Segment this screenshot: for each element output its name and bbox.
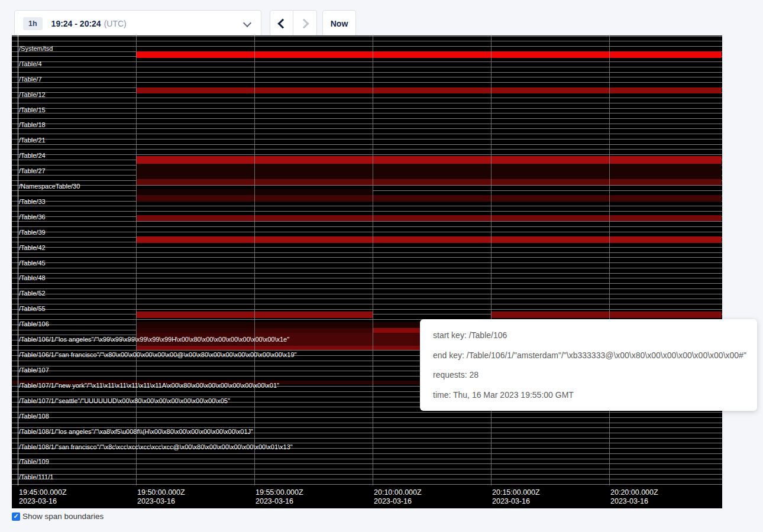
grid-hline bbox=[12, 185, 722, 186]
grid-hline bbox=[12, 412, 722, 413]
heat-band bbox=[136, 179, 722, 185]
row-label: /Table/45 bbox=[19, 259, 46, 267]
row-label: /Table/15 bbox=[19, 106, 46, 114]
axis-tick-date: 2023-03-16 bbox=[374, 497, 422, 506]
grid-vline bbox=[136, 35, 137, 485]
heat-band bbox=[136, 87, 722, 93]
prev-time-button[interactable] bbox=[270, 10, 293, 37]
grid-hline bbox=[12, 453, 722, 454]
next-time-button[interactable] bbox=[293, 10, 317, 37]
grid-hline bbox=[12, 98, 722, 98]
axis-tick: 20:15:00.000Z2023-03-16 bbox=[492, 488, 540, 506]
axis-tick: 20:10:00.000Z2023-03-16 bbox=[374, 488, 422, 506]
heat-band bbox=[136, 236, 722, 243]
grid-hline bbox=[12, 211, 722, 212]
heat-band bbox=[136, 346, 420, 350]
grid-hline bbox=[12, 484, 722, 485]
grid-hline bbox=[12, 77, 722, 77]
row-label: /Table/48 bbox=[19, 274, 46, 282]
grid-hline bbox=[12, 252, 722, 253]
row-label: /Table/7 bbox=[19, 76, 42, 83]
grid-hline bbox=[12, 459, 722, 459]
grid-hline bbox=[12, 124, 722, 124]
grid-hline bbox=[12, 304, 722, 304]
axis-tick-time: 20:10:00.000Z bbox=[374, 488, 422, 497]
axis-tick-date: 2023-03-16 bbox=[492, 497, 540, 506]
axis-tick-date: 2023-03-16 bbox=[256, 497, 303, 506]
grid-hline bbox=[12, 67, 722, 67]
row-label: /System/tsd bbox=[19, 45, 53, 53]
tooltip-time: time: Thu, 16 Mar 2023 19:55:00 GMT bbox=[433, 389, 749, 401]
grid-hline bbox=[12, 232, 722, 232]
page: { "toolbar": { "duration": "1h", "range"… bbox=[0, 0, 763, 532]
heat-band bbox=[136, 215, 722, 221]
row-label: /Table/109 bbox=[19, 458, 49, 466]
grid-hline bbox=[12, 278, 722, 278]
key-visualizer-canvas[interactable]: /System/tsd/Table/4/Table/7/Table/12/Tab… bbox=[12, 35, 722, 508]
heat-band bbox=[136, 51, 722, 58]
grid-hline bbox=[12, 61, 722, 62]
grid-hline bbox=[12, 139, 722, 140]
grid-hline bbox=[12, 299, 722, 299]
grid-hline bbox=[12, 283, 722, 284]
row-label: /Table/106/1/"san francisco"/"\x80\x00\x… bbox=[19, 351, 297, 359]
row-label: /Table/106/1/"los angeles"/"\x99\x99\x99… bbox=[19, 336, 289, 343]
row-label: /Table/39 bbox=[19, 229, 46, 236]
grid-hline bbox=[12, 438, 722, 439]
grid-hline bbox=[12, 262, 722, 263]
grid-hline bbox=[12, 309, 722, 310]
footer-row: ✓ Show span boundaries bbox=[12, 512, 104, 521]
grid-hline bbox=[12, 221, 722, 222]
grid-hline bbox=[12, 144, 722, 145]
grid-hline bbox=[12, 113, 722, 113]
axis-tick: 19:45:00.000Z2023-03-16 bbox=[19, 488, 67, 506]
row-label: /Table/12 bbox=[19, 91, 46, 99]
row-label: /Table/4 bbox=[19, 60, 42, 68]
grid-hline bbox=[12, 103, 722, 103]
grid-hline bbox=[12, 128, 722, 129]
chevron-right-icon bbox=[299, 18, 309, 28]
row-label: /Table/106 bbox=[19, 320, 49, 328]
row-label: /Table/108/1/"san francisco"/"\x8c\xcc\x… bbox=[19, 443, 293, 451]
row-label: /NamespaceTable/30 bbox=[19, 183, 80, 190]
axis-tick: 19:50:00.000Z2023-03-16 bbox=[137, 488, 185, 506]
grid-hline bbox=[12, 41, 722, 41]
time-range-label: 19:24 - 20:24 bbox=[51, 19, 101, 28]
grid-hline bbox=[12, 463, 722, 464]
axis-tick-time: 19:45:00.000Z bbox=[19, 488, 67, 497]
row-label: /Table/111/1 bbox=[19, 473, 53, 481]
axis-tick-date: 2023-03-16 bbox=[137, 497, 185, 506]
grid-hline bbox=[12, 134, 722, 134]
row-label: /Table/27 bbox=[19, 167, 46, 175]
axis-tick: 19:55:00.000Z2023-03-16 bbox=[256, 488, 303, 506]
grid-hline bbox=[12, 149, 722, 150]
row-label: /Table/107/1/"seattle"/"UUUUUUD\x00\x80\… bbox=[19, 397, 230, 405]
heat-band bbox=[254, 328, 373, 333]
row-label: /Table/24 bbox=[19, 152, 46, 160]
grid-hline bbox=[12, 118, 722, 119]
row-label: /Table/18 bbox=[19, 121, 46, 129]
axis-tick-time: 20:20:00.000Z bbox=[610, 488, 658, 497]
grid-hline bbox=[12, 257, 722, 258]
row-label: /Table/21 bbox=[19, 137, 46, 144]
span-boundaries-checkbox[interactable]: ✓ bbox=[12, 512, 20, 521]
time-range-selector[interactable]: 1h 19:24 - 20:24 (UTC) bbox=[14, 10, 261, 37]
heat-band bbox=[373, 328, 420, 333]
grid-hline bbox=[12, 82, 722, 83]
axis-tick-date: 2023-03-16 bbox=[19, 497, 67, 506]
now-button[interactable]: Now bbox=[322, 10, 356, 37]
time-nav-group bbox=[270, 10, 317, 37]
grid-vline bbox=[491, 35, 492, 485]
grid-hline bbox=[12, 36, 722, 37]
row-label: /Table/107 bbox=[19, 366, 49, 374]
grid-hline bbox=[12, 479, 722, 479]
row-label: /Table/55 bbox=[19, 305, 46, 313]
grid-hline bbox=[12, 417, 722, 418]
heat-band bbox=[136, 328, 254, 333]
heat-band bbox=[136, 195, 722, 202]
grid-hline bbox=[12, 268, 722, 268]
grid-hline bbox=[12, 226, 722, 227]
grid-hline bbox=[12, 273, 722, 274]
row-label: /Table/52 bbox=[19, 290, 46, 297]
row-label: /Table/33 bbox=[19, 198, 46, 206]
